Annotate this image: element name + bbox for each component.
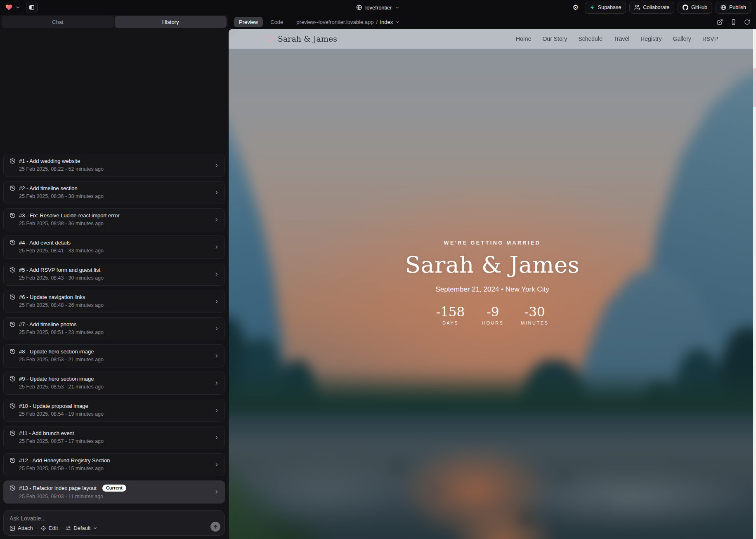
- tab-chat[interactable]: Chat: [2, 16, 114, 28]
- topbar-left: [5, 2, 38, 13]
- site-nav-link[interactable]: Travel: [614, 35, 629, 42]
- chevron-right-icon: [214, 162, 220, 168]
- site-nav-link[interactable]: Schedule: [578, 35, 602, 42]
- site-brand-name: Sarah & James: [278, 34, 337, 43]
- history-clock-icon: [9, 158, 16, 164]
- users-icon: [634, 5, 640, 10]
- composer-actions: Attach Edit Default: [9, 525, 219, 531]
- chevron-right-icon: [214, 217, 220, 223]
- history-item-title: #9 - Update hero section image: [19, 376, 94, 382]
- sliders-icon: [65, 525, 71, 531]
- collaborate-button[interactable]: Collaborate: [629, 2, 674, 14]
- ask-lovable-input[interactable]: [9, 515, 198, 522]
- site-nav-link[interactable]: Gallery: [673, 35, 691, 42]
- history-item-timestamp: 25 Feb 2025, 08:53 - 21 minutes ago: [19, 357, 219, 362]
- preview-toolbar: Preview Code preview--lovefrontier.lovab…: [228, 15, 756, 29]
- topbar-actions: ⚙ Supabase Collaborate GitHub Publish: [570, 2, 751, 14]
- chevron-right-icon: [214, 407, 220, 413]
- lovable-heart-logo-icon[interactable]: [5, 4, 13, 11]
- history-version-card[interactable]: #12 - Add Honeyfund Registry Section 25 …: [3, 453, 225, 476]
- send-button[interactable]: [210, 522, 220, 532]
- history-item-title: #3 - Fix: Resolve Lucide-react import er…: [19, 212, 119, 219]
- history-item-title: #7 - Add timeline photos: [19, 321, 76, 327]
- history-item-timestamp: 25 Feb 2025, 08:48 - 26 minutes ago: [19, 302, 219, 308]
- mode-default-dropdown[interactable]: Default: [65, 525, 97, 531]
- edit-select-button[interactable]: Edit: [40, 525, 58, 531]
- project-switcher[interactable]: lovefrontier: [356, 5, 399, 11]
- history-version-card[interactable]: #6 - Update navigation links 25 Feb 2025…: [3, 290, 225, 313]
- hero-section: WE'RE GETTING MARRIED Sarah & James Sept…: [229, 240, 756, 325]
- publish-button[interactable]: Publish: [716, 2, 751, 14]
- countdown-value: -30: [521, 304, 548, 319]
- history-clock-icon: [9, 403, 16, 409]
- history-version-card[interactable]: #7 - Add timeline photos 25 Feb 2025, 08…: [3, 317, 225, 340]
- history-clock-icon: [9, 321, 16, 327]
- refresh-icon[interactable]: [744, 19, 750, 25]
- history-item-title: #5 - Add RSVP form and guest list: [19, 267, 100, 273]
- site-scrollbar-thumb[interactable]: [753, 68, 756, 107]
- history-version-card[interactable]: #1 - Add wedding website 25 Feb 2025, 08…: [3, 154, 225, 177]
- chevron-right-icon: [214, 299, 220, 304]
- tab-preview[interactable]: Preview: [234, 17, 263, 27]
- arrow-up-icon: [213, 524, 218, 530]
- preview-url-host: preview--lovefrontier.lovable.app: [296, 19, 373, 25]
- history-version-card[interactable]: #10 - Update proposal image 25 Feb 2025,…: [3, 399, 225, 422]
- site-nav-link[interactable]: RSVP: [702, 35, 718, 42]
- chevron-right-icon: [214, 244, 220, 250]
- history-item-title: #4 - Add event details: [19, 240, 71, 246]
- settings-gear-icon[interactable]: ⚙: [570, 2, 581, 13]
- image-attach-icon: [9, 525, 15, 531]
- supabase-button[interactable]: Supabase: [585, 2, 626, 14]
- history-version-card[interactable]: #11 - Add brunch event 25 Feb 2025, 08:5…: [3, 426, 225, 449]
- preview-url-page: index: [380, 19, 393, 25]
- site-nav-link[interactable]: Registry: [640, 35, 662, 42]
- history-item-title: #10 - Update proposal image: [19, 403, 88, 409]
- history-version-card[interactable]: #4 - Add event details 25 Feb 2025, 08:4…: [3, 235, 225, 259]
- site-nav-link[interactable]: Our Story: [542, 35, 567, 42]
- open-in-new-tab-icon[interactable]: [717, 19, 723, 25]
- pink-heart-icon: [265, 35, 274, 43]
- history-version-card[interactable]: #9 - Update hero section image 25 Feb 20…: [3, 372, 225, 395]
- site-nav-link[interactable]: Home: [516, 35, 531, 42]
- history-item-timestamp: 25 Feb 2025, 08:43 - 30 minutes ago: [19, 275, 219, 281]
- history-item-title: #11 - Add brunch event: [19, 430, 74, 436]
- github-button[interactable]: GitHub: [678, 2, 712, 14]
- history-clock-icon: [9, 185, 16, 191]
- chevron-right-icon: [214, 489, 220, 495]
- preview-url-selector[interactable]: preview--lovefrontier.lovable.app / inde…: [296, 19, 400, 25]
- history-item-timestamp: 25 Feb 2025, 08:38 - 36 minutes ago: [19, 221, 219, 226]
- history-item-title: #6 - Update navigation links: [19, 294, 85, 300]
- history-item-timestamp: 25 Feb 2025, 08:41 - 33 minutes ago: [19, 248, 219, 254]
- history-item-title: #8 - Update hero section image: [19, 348, 94, 355]
- tab-code[interactable]: Code: [267, 17, 286, 27]
- attach-button[interactable]: Attach: [9, 525, 33, 531]
- sidebar-toggle-button[interactable]: [26, 2, 38, 13]
- github-octocat-icon: [683, 5, 688, 10]
- hero-title: Sarah & James: [229, 252, 756, 278]
- countdown-label: HOURS: [480, 320, 505, 325]
- history-item-timestamp: 25 Feb 2025, 08:54 - 19 minutes ago: [19, 411, 219, 417]
- app-topbar: lovefrontier ⚙ Supabase Collaborate GitH…: [0, 0, 756, 15]
- logo-chevron-down-icon[interactable]: [15, 5, 20, 10]
- chevron-right-icon: [214, 271, 220, 277]
- history-version-card[interactable]: #13 - Refactor index page layout Current…: [3, 480, 225, 504]
- countdown-column: -30 MINUTES: [521, 304, 548, 325]
- tab-history[interactable]: History: [115, 16, 227, 28]
- prompt-composer[interactable]: Attach Edit Default: [3, 510, 225, 536]
- site-brand[interactable]: Sarah & James: [265, 34, 337, 43]
- history-version-card[interactable]: #5 - Add RSVP form and guest list 25 Feb…: [3, 263, 225, 286]
- history-clock-icon: [9, 294, 16, 300]
- history-version-card[interactable]: #2 - Add timeline section 25 Feb 2025, 0…: [3, 181, 225, 204]
- history-version-card[interactable]: #3 - Fix: Resolve Lucide-react import er…: [3, 208, 225, 231]
- history-item-timestamp: 25 Feb 2025, 08:22 - 52 minutes ago: [19, 166, 219, 172]
- site-viewport: Sarah & James HomeOur StoryScheduleTrave…: [229, 29, 756, 539]
- mobile-view-icon[interactable]: [730, 19, 737, 25]
- countdown-label: MINUTES: [521, 320, 548, 325]
- history-clock-icon: [9, 485, 16, 491]
- hero-eyebrow: WE'RE GETTING MARRIED: [229, 240, 756, 246]
- sidebar-tabs: Chat History: [2, 16, 227, 28]
- supabase-bolt-icon: [590, 5, 595, 10]
- history-version-card[interactable]: #8 - Update hero section image 25 Feb 20…: [3, 344, 225, 367]
- site-scrollbar-track[interactable]: [753, 29, 756, 539]
- history-clock-icon: [9, 430, 16, 436]
